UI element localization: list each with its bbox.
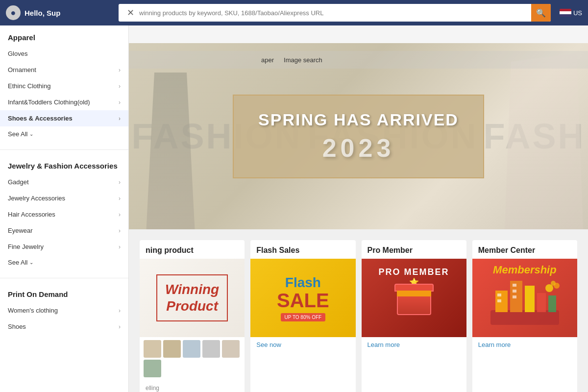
membership-title: Membership [493, 264, 557, 276]
svg-rect-5 [548, 295, 556, 312]
us-flag-icon [560, 9, 571, 17]
svg-rect-1 [495, 291, 508, 312]
sidebar-item-gadget[interactable]: Gadget › [0, 174, 128, 190]
sidebar-item-gloves[interactable]: Gloves [0, 46, 128, 62]
learn-more-member-link[interactable]: Learn more [478, 341, 511, 348]
sidebar-item-ethinc-clothing[interactable]: Ethinc Clothing › [0, 78, 128, 94]
close-button[interactable]: ✕ [123, 6, 137, 20]
pro-member-image: PRO MEMBER ⭐ [362, 259, 466, 337]
chevron-right-icon: › [119, 244, 121, 250]
sidebar-item-label: Infant&Toddlers Clothing(old) [8, 98, 90, 106]
card-title-flash: Flash Sales [250, 240, 355, 259]
chevron-right-icon: › [119, 99, 121, 106]
sidebar-item-label: Shoes [8, 323, 26, 330]
hero-banner: FASHION FASHION FASH SPRING HAS ARRIVED … [129, 43, 588, 229]
pro-member-content: PRO MEMBER ⭐ [379, 267, 449, 329]
svg-rect-0 [490, 310, 559, 325]
section-title-pod: Print On Demand [0, 282, 128, 302]
subnav-item-image-search[interactable]: Image search [284, 56, 322, 64]
see-now-link[interactable]: See now [256, 341, 281, 348]
hero-year: 2023 [258, 133, 459, 163]
sidebar-item-womens-clothing[interactable]: Women's clothing › [0, 302, 128, 318]
winning-product-image: WinningProduct [140, 259, 245, 337]
svg-rect-4 [537, 293, 546, 312]
content-area: aper Image search FASHION FASHION FASH S… [129, 25, 588, 392]
svg-rect-9 [513, 290, 516, 293]
sidebar-item-fine-jewelry[interactable]: Fine Jewelry › [0, 239, 128, 255]
pro-member-title: PRO MEMBER [379, 267, 449, 277]
section-title-apparel: Apparel [0, 25, 128, 46]
small-img [183, 340, 200, 358]
flash-sale-image: Flash SALE UP TO 80% OFF [250, 259, 355, 337]
svg-rect-3 [525, 286, 535, 312]
divider [0, 149, 128, 150]
search-button[interactable]: 🔍 [531, 4, 551, 22]
svg-point-11 [545, 284, 553, 292]
see-all-jewelry[interactable]: See All ⌄ [0, 255, 128, 274]
search-input[interactable] [139, 9, 546, 17]
card-footer-flash: See now [250, 337, 355, 352]
card-title-pro: Pro Member [362, 240, 466, 259]
sidebar-item-label: Gadget [8, 178, 29, 186]
chevron-right-icon: › [119, 83, 121, 90]
footer-selling-label: elling [146, 385, 159, 392]
search-bar[interactable]: ✕ 🔍 [119, 4, 551, 22]
main-layout: Apparel Gloves Ornament › Ethinc Clothin… [0, 25, 588, 392]
sidebar-item-infant-toddlers[interactable]: Infant&Toddlers Clothing(old) › [0, 94, 128, 110]
card-title-winning: ning product [140, 240, 245, 259]
small-img [202, 340, 220, 358]
section-title-jewelry: Jewelry & Fashion Accessories [0, 154, 128, 174]
hero-center-box: SPRING HAS ARRIVED 2023 [233, 95, 484, 178]
svg-rect-10 [513, 295, 516, 298]
divider [0, 278, 128, 278]
winning-product-card[interactable]: ning product WinningProduct elling [140, 240, 245, 392]
small-img [163, 340, 181, 358]
sidebar-item-shoes-accessories[interactable]: Shoes & Accessories › [0, 110, 128, 126]
user-greeting: ● Hello, Sup [6, 5, 114, 20]
sidebar-item-hair-accessories[interactable]: Hair Accessories › [0, 206, 128, 222]
sale-text: SALE [277, 291, 329, 310]
chevron-down-icon: ⌄ [29, 260, 33, 265]
membership-scene: Membership [472, 259, 577, 337]
greeting-text: Hello, Sup [24, 9, 60, 17]
sidebar-item-ornament[interactable]: Ornament › [0, 62, 128, 78]
card-footer-member: Learn more [472, 337, 577, 352]
country-selector[interactable]: US [560, 9, 582, 17]
chevron-right-icon: › [119, 195, 121, 202]
sidebar-item-jewelry-accessories[interactable]: Jewelry Accessories › [0, 190, 128, 206]
small-img [144, 340, 161, 358]
pro-member-card[interactable]: Pro Member PRO MEMBER ⭐ Learn more [362, 240, 466, 392]
chevron-right-icon: › [119, 307, 121, 314]
sidebar-item-label: Shoes & Accessories [8, 115, 73, 122]
sub-navigation: aper Image search [129, 51, 588, 69]
sidebar-item-shoes[interactable]: Shoes › [0, 318, 128, 335]
svg-rect-7 [497, 299, 501, 302]
svg-rect-8 [513, 284, 516, 287]
sidebar-item-label: Fine Jewelry [8, 243, 44, 250]
card-small-images [140, 337, 245, 380]
see-all-apparel[interactable]: See All ⌄ [0, 126, 128, 146]
chevron-right-icon: › [119, 227, 121, 234]
svg-point-13 [551, 281, 556, 286]
flash-label: Flash SALE UP TO 80% OFF [277, 275, 329, 321]
sidebar-item-label: Hair Accessories [8, 211, 55, 218]
sidebar-item-label: Gloves [8, 50, 27, 57]
chevron-right-icon: › [119, 115, 121, 122]
chevron-right-icon: › [119, 67, 121, 74]
learn-more-pro-link[interactable]: Learn more [368, 341, 400, 348]
sidebar: Apparel Gloves Ornament › Ethinc Clothin… [0, 25, 129, 392]
member-center-card[interactable]: Member Center Membership [472, 240, 577, 392]
header: ● Hello, Sup ✕ 🔍 US [0, 0, 588, 25]
flash-sales-card[interactable]: Flash Sales Flash SALE UP TO 80% OFF See… [250, 240, 355, 392]
subnav-item-paper[interactable]: aper [261, 56, 274, 64]
small-img [222, 340, 240, 358]
gift-box [394, 291, 434, 325]
sidebar-item-label: Ornament [8, 66, 36, 74]
hero-title: SPRING HAS ARRIVED [258, 110, 459, 129]
sidebar-item-eyewear[interactable]: Eyewear › [0, 222, 128, 239]
sidebar-item-label: Ethinc Clothing [8, 82, 50, 90]
winning-label: WinningProduct [156, 274, 228, 321]
card-footer-winning: elling [140, 380, 245, 392]
sidebar-item-label: Women's clothing [8, 307, 58, 314]
sidebar-item-label: Eyewear [8, 227, 33, 234]
